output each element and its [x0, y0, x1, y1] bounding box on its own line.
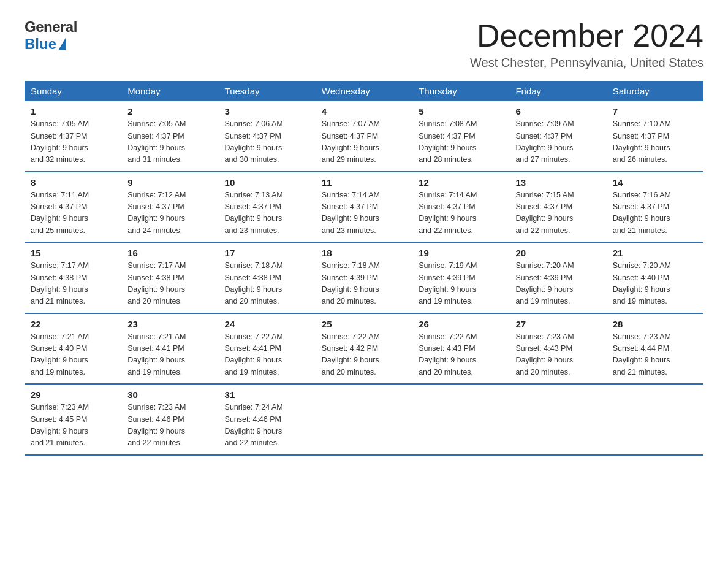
col-sunday: Sunday — [25, 81, 121, 101]
day-number: 29 — [31, 389, 115, 400]
logo: General Blue — [25, 18, 77, 53]
day-info: Sunrise: 7:18 AM Sunset: 4:39 PM Dayligh… — [322, 260, 406, 308]
day-info: Sunrise: 7:20 AM Sunset: 4:39 PM Dayligh… — [515, 260, 600, 308]
calendar-day-cell: 3 Sunrise: 7:06 AM Sunset: 4:37 PM Dayli… — [219, 101, 316, 172]
day-number: 28 — [613, 319, 697, 329]
calendar-day-cell: 15 Sunrise: 7:17 AM Sunset: 4:38 PM Dayl… — [25, 242, 121, 313]
day-info: Sunrise: 7:17 AM Sunset: 4:38 PM Dayligh… — [31, 260, 115, 308]
day-number: 19 — [419, 248, 503, 258]
col-tuesday: Tuesday — [219, 81, 316, 101]
day-info: Sunrise: 7:08 AM Sunset: 4:37 PM Dayligh… — [419, 118, 503, 166]
calendar-day-cell: 2 Sunrise: 7:05 AM Sunset: 4:37 PM Dayli… — [121, 101, 218, 172]
day-number: 16 — [127, 248, 212, 258]
col-friday: Friday — [509, 81, 606, 101]
calendar-day-cell — [607, 384, 703, 455]
day-number: 20 — [515, 248, 600, 258]
calendar-day-cell: 7 Sunrise: 7:10 AM Sunset: 4:37 PM Dayli… — [607, 101, 703, 172]
logo-triangle-icon — [58, 38, 66, 50]
calendar-day-cell — [316, 384, 412, 455]
calendar-day-cell: 12 Sunrise: 7:14 AM Sunset: 4:37 PM Dayl… — [412, 172, 509, 243]
calendar-day-cell: 16 Sunrise: 7:17 AM Sunset: 4:38 PM Dayl… — [121, 242, 218, 313]
day-number: 25 — [322, 319, 406, 329]
calendar-week-row: 22 Sunrise: 7:21 AM Sunset: 4:40 PM Dayl… — [25, 313, 703, 385]
day-number: 30 — [127, 389, 212, 400]
day-info: Sunrise: 7:16 AM Sunset: 4:37 PM Dayligh… — [613, 190, 697, 237]
day-info: Sunrise: 7:05 AM Sunset: 4:37 PM Dayligh… — [127, 118, 212, 166]
calendar-day-cell — [509, 384, 606, 455]
calendar-day-cell: 27 Sunrise: 7:23 AM Sunset: 4:43 PM Dayl… — [509, 313, 606, 385]
calendar-day-cell: 28 Sunrise: 7:23 AM Sunset: 4:44 PM Dayl… — [607, 313, 703, 385]
day-number: 12 — [419, 177, 503, 188]
col-thursday: Thursday — [412, 81, 509, 101]
calendar-day-cell: 20 Sunrise: 7:20 AM Sunset: 4:39 PM Dayl… — [509, 242, 606, 313]
calendar-day-cell: 10 Sunrise: 7:13 AM Sunset: 4:37 PM Dayl… — [219, 172, 316, 243]
col-saturday: Saturday — [607, 81, 703, 101]
day-info: Sunrise: 7:24 AM Sunset: 4:46 PM Dayligh… — [225, 402, 309, 450]
day-number: 13 — [515, 177, 600, 188]
day-number: 7 — [613, 106, 697, 117]
title-area: December 2024 West Chester, Pennsylvania… — [470, 18, 703, 70]
day-info: Sunrise: 7:18 AM Sunset: 4:38 PM Dayligh… — [225, 260, 309, 308]
calendar-week-row: 15 Sunrise: 7:17 AM Sunset: 4:38 PM Dayl… — [25, 242, 703, 313]
calendar-day-cell: 18 Sunrise: 7:18 AM Sunset: 4:39 PM Dayl… — [316, 242, 412, 313]
calendar-header-row: Sunday Monday Tuesday Wednesday Thursday… — [25, 81, 703, 101]
calendar-day-cell: 22 Sunrise: 7:21 AM Sunset: 4:40 PM Dayl… — [25, 313, 121, 385]
calendar-day-cell — [412, 384, 509, 455]
day-number: 14 — [613, 177, 697, 188]
day-number: 5 — [419, 106, 503, 117]
day-number: 21 — [613, 248, 697, 258]
day-number: 10 — [225, 177, 309, 188]
day-number: 6 — [515, 106, 600, 117]
day-number: 2 — [127, 106, 212, 117]
day-info: Sunrise: 7:10 AM Sunset: 4:37 PM Dayligh… — [613, 118, 697, 166]
day-info: Sunrise: 7:23 AM Sunset: 4:46 PM Dayligh… — [127, 402, 212, 450]
day-number: 18 — [322, 248, 406, 258]
logo-general-text: General — [25, 18, 77, 36]
day-info: Sunrise: 7:14 AM Sunset: 4:37 PM Dayligh… — [419, 190, 503, 237]
day-info: Sunrise: 7:11 AM Sunset: 4:37 PM Dayligh… — [31, 190, 115, 237]
day-info: Sunrise: 7:22 AM Sunset: 4:41 PM Dayligh… — [225, 331, 309, 379]
calendar-day-cell: 25 Sunrise: 7:22 AM Sunset: 4:42 PM Dayl… — [316, 313, 412, 385]
day-info: Sunrise: 7:07 AM Sunset: 4:37 PM Dayligh… — [322, 118, 406, 166]
day-info: Sunrise: 7:22 AM Sunset: 4:43 PM Dayligh… — [419, 331, 503, 379]
day-info: Sunrise: 7:23 AM Sunset: 4:43 PM Dayligh… — [515, 331, 600, 379]
logo-blue-text: Blue — [25, 36, 56, 53]
day-info: Sunrise: 7:12 AM Sunset: 4:37 PM Dayligh… — [127, 190, 212, 237]
day-info: Sunrise: 7:22 AM Sunset: 4:42 PM Dayligh… — [322, 331, 406, 379]
day-info: Sunrise: 7:23 AM Sunset: 4:45 PM Dayligh… — [31, 402, 115, 450]
day-number: 9 — [127, 177, 212, 188]
day-info: Sunrise: 7:15 AM Sunset: 4:37 PM Dayligh… — [515, 190, 600, 237]
calendar-day-cell: 21 Sunrise: 7:20 AM Sunset: 4:40 PM Dayl… — [607, 242, 703, 313]
day-number: 23 — [127, 319, 212, 329]
calendar-subtitle: West Chester, Pennsylvania, United State… — [470, 56, 703, 70]
day-info: Sunrise: 7:17 AM Sunset: 4:38 PM Dayligh… — [127, 260, 212, 308]
day-number: 31 — [225, 389, 309, 400]
day-number: 1 — [31, 106, 115, 117]
day-info: Sunrise: 7:20 AM Sunset: 4:40 PM Dayligh… — [613, 260, 697, 308]
calendar-day-cell: 17 Sunrise: 7:18 AM Sunset: 4:38 PM Dayl… — [219, 242, 316, 313]
day-info: Sunrise: 7:23 AM Sunset: 4:44 PM Dayligh… — [613, 331, 697, 379]
calendar-day-cell: 5 Sunrise: 7:08 AM Sunset: 4:37 PM Dayli… — [412, 101, 509, 172]
day-number: 11 — [322, 177, 406, 188]
day-info: Sunrise: 7:19 AM Sunset: 4:39 PM Dayligh… — [419, 260, 503, 308]
calendar-day-cell: 19 Sunrise: 7:19 AM Sunset: 4:39 PM Dayl… — [412, 242, 509, 313]
day-info: Sunrise: 7:05 AM Sunset: 4:37 PM Dayligh… — [31, 118, 115, 166]
calendar-day-cell: 6 Sunrise: 7:09 AM Sunset: 4:37 PM Dayli… — [509, 101, 606, 172]
day-number: 17 — [225, 248, 309, 258]
calendar-day-cell: 23 Sunrise: 7:21 AM Sunset: 4:41 PM Dayl… — [121, 313, 218, 385]
calendar-table: Sunday Monday Tuesday Wednesday Thursday… — [25, 81, 703, 456]
calendar-day-cell: 11 Sunrise: 7:14 AM Sunset: 4:37 PM Dayl… — [316, 172, 412, 243]
day-number: 3 — [225, 106, 309, 117]
calendar-day-cell: 4 Sunrise: 7:07 AM Sunset: 4:37 PM Dayli… — [316, 101, 412, 172]
day-info: Sunrise: 7:14 AM Sunset: 4:37 PM Dayligh… — [322, 190, 406, 237]
day-info: Sunrise: 7:21 AM Sunset: 4:41 PM Dayligh… — [127, 331, 212, 379]
day-number: 27 — [515, 319, 600, 329]
calendar-day-cell: 9 Sunrise: 7:12 AM Sunset: 4:37 PM Dayli… — [121, 172, 218, 243]
calendar-day-cell: 30 Sunrise: 7:23 AM Sunset: 4:46 PM Dayl… — [121, 384, 218, 455]
day-info: Sunrise: 7:09 AM Sunset: 4:37 PM Dayligh… — [515, 118, 600, 166]
calendar-day-cell: 26 Sunrise: 7:22 AM Sunset: 4:43 PM Dayl… — [412, 313, 509, 385]
calendar-day-cell: 29 Sunrise: 7:23 AM Sunset: 4:45 PM Dayl… — [25, 384, 121, 455]
day-number: 8 — [31, 177, 115, 188]
calendar-day-cell: 31 Sunrise: 7:24 AM Sunset: 4:46 PM Dayl… — [219, 384, 316, 455]
day-number: 4 — [322, 106, 406, 117]
